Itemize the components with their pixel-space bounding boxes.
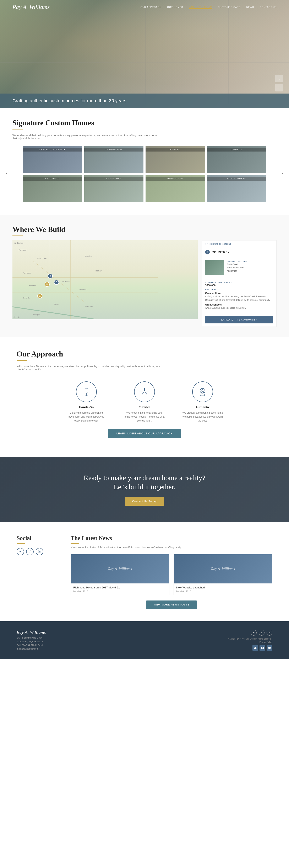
- svg-text:Goochland: Goochland: [85, 305, 93, 307]
- svg-marker-32: [201, 389, 205, 393]
- homes-nav-right-btn[interactable]: ›: [279, 170, 287, 178]
- social-icon-linkedin[interactable]: in: [36, 548, 43, 555]
- svg-text:Bon Air: Bon Air: [96, 270, 102, 272]
- social-icon-facebook[interactable]: f: [26, 548, 34, 555]
- footer-social-facebook[interactable]: f: [259, 630, 264, 636]
- home-card-label-hamlen: HAMLEN: [146, 148, 205, 152]
- svg-text:H: H: [269, 647, 270, 649]
- homes-nav-left-btn[interactable]: ‹: [2, 170, 10, 178]
- nav-customer-care[interactable]: Customer Care: [218, 6, 241, 8]
- contact-us-btn[interactable]: Contact Us Today: [125, 497, 164, 506]
- news-card-2-logo: Ray A. Williams: [208, 564, 238, 574]
- authentic-text: We proudly stand behind each home we bui…: [182, 411, 223, 423]
- social-title: Social: [16, 535, 58, 541]
- hero-arrows: ‹ ›: [275, 75, 283, 91]
- location-name-row: C ROUNTREY: [202, 247, 276, 257]
- hero-prev-btn[interactable]: ‹: [275, 75, 283, 82]
- home-card-label-chateau: CHATEAU LAFAYETTE: [23, 148, 82, 152]
- hero-overlay: [0, 0, 289, 108]
- news-card-1[interactable]: Ray A. Williams Richmond Homearama 2017 …: [71, 554, 170, 595]
- footer-badges: H: [228, 645, 273, 651]
- map-label: no Satellite: [14, 242, 24, 244]
- flexible-icon: [139, 386, 150, 397]
- flexible-text: We're committed to tailoring your home t…: [124, 411, 165, 423]
- svg-text:Ashwood: Ashwood: [19, 249, 26, 251]
- home-card-farmington[interactable]: FARMINGTON: [84, 146, 144, 173]
- map-marker-b[interactable]: B: [48, 274, 53, 279]
- news-underline: [71, 543, 79, 544]
- footer-address: 14343 Sommerville Court Midlothian, Virg…: [16, 636, 62, 651]
- feature1-text: Artfully sculpted amid acres along the S…: [205, 295, 273, 302]
- svg-rect-0: [0, 62, 289, 63]
- approach-item-hands-on: Hands On Building a home is an exciting …: [66, 381, 107, 423]
- svg-text:Lorraine: Lorraine: [85, 255, 92, 257]
- signature-subtitle: We understand that building your home is…: [12, 134, 158, 140]
- home-card-homestead[interactable]: HOMESTEAD: [146, 175, 205, 202]
- footer-address-2: Midlothian, Virginia 23113: [16, 640, 43, 643]
- location-name: ROUNTREY: [212, 250, 230, 254]
- location-info: SCHOOL DISTRICT Swift CreekTomahawk Cree…: [227, 260, 273, 275]
- nav-our-approach[interactable]: OUR APPROACH: [140, 6, 161, 8]
- social-icons: ✦ f in: [16, 548, 58, 555]
- footer-privacy-link[interactable]: Privacy Policy: [228, 641, 273, 643]
- news-card-1-body: Richmond Homearama 2017 May 6-21 March 6…: [71, 584, 169, 595]
- footer-copyright: © 2017 Ray A Williams Custom Home Builde…: [228, 638, 273, 640]
- footer-right: ✦ f in © 2017 Ray A Williams Custom Home…: [228, 630, 273, 651]
- news-card-1-logo: Ray A. Williams: [105, 564, 135, 574]
- footer-social: ✦ f in: [228, 630, 273, 636]
- svg-text:Powhatam: Powhatam: [23, 272, 31, 274]
- map-marker-d[interactable]: D: [45, 282, 49, 287]
- map-container[interactable]: Ashwood Fern Creek Lorraine Bon Air Powh…: [12, 240, 197, 319]
- social-icon-star[interactable]: ✦: [16, 548, 24, 555]
- svg-text:Holly Hills: Holly Hills: [29, 284, 36, 286]
- nav-news[interactable]: News: [246, 6, 254, 8]
- svg-text:Midlothian: Midlothian: [79, 289, 86, 290]
- news-column: The Latest News Need some inspiration? T…: [71, 535, 273, 609]
- flexible-icon-circle: [134, 381, 155, 402]
- price-label: STARTING HOME PRICES: [205, 281, 273, 283]
- svg-text:Garnet: Garnet: [54, 303, 59, 305]
- footer-social-star[interactable]: ✦: [251, 630, 257, 636]
- social-underline: [16, 543, 25, 544]
- nav-our-homes[interactable]: OUR HOMES: [167, 6, 183, 8]
- footer-badge-1: [252, 645, 258, 651]
- home-card-chateau[interactable]: CHATEAU LAFAYETTE: [23, 146, 82, 173]
- hands-on-title: Hands On: [66, 405, 107, 409]
- price-value: $500,000: [205, 284, 273, 287]
- view-more-news-btn[interactable]: View More News Posts: [146, 600, 196, 609]
- news-card-2-date: March 6, 2017: [176, 590, 270, 593]
- home-card-madison[interactable]: MADISON: [207, 146, 266, 173]
- home-card-eastwood[interactable]: EASTWOOD: [23, 175, 82, 202]
- cta-title: Ready to make your dream home a reality?…: [12, 473, 277, 492]
- map-marker-c[interactable]: C: [54, 280, 59, 285]
- svg-text:Fern Creek: Fern Creek: [37, 257, 47, 259]
- news-card-2-title: New Website Launched: [176, 586, 270, 589]
- google-label: Google: [13, 316, 20, 318]
- social-column: Social ✦ f in: [16, 535, 58, 609]
- homes-row-1: CHATEAU LAFAYETTE FARMINGTON HAMLEN MADI…: [23, 146, 266, 173]
- home-card-greystone[interactable]: GREYSTONE: [84, 175, 144, 202]
- svg-rect-3: [228, 0, 229, 104]
- location-back-text: < Return to all locations: [207, 243, 231, 245]
- hero-next-btn[interactable]: ›: [275, 84, 283, 91]
- news-social-section: Social ✦ f in The Latest News Need some …: [0, 522, 289, 621]
- location-details: SCHOOL DISTRICT Swift CreekTomahawk Cree…: [202, 257, 276, 278]
- hammer-icon: [81, 386, 92, 397]
- location-back-link[interactable]: ‹ < Return to all locations: [202, 241, 276, 247]
- map-marker-a[interactable]: A: [37, 293, 42, 299]
- news-card-2[interactable]: Ray A. Williams New Website Launched Mar…: [174, 554, 273, 595]
- nav-contact[interactable]: Contact Us: [260, 6, 277, 8]
- learn-more-btn[interactable]: Learn More About Our Approach: [108, 429, 181, 438]
- svg-line-9: [12, 307, 96, 319]
- home-card-hamlen[interactable]: HAMLEN: [146, 146, 205, 173]
- homes-grid: ‹ CHATEAU LAFAYETTE FARMINGTON HAMLEN MA…: [12, 146, 277, 202]
- nav-where-we-build[interactable]: WHERE WE BUILD: [189, 5, 212, 9]
- medal-icon: [197, 386, 208, 397]
- news-subtitle: Need some inspiration? Take a look at th…: [71, 546, 273, 549]
- home-card-northpointe[interactable]: NORTH POINTE: [207, 175, 266, 202]
- footer-social-linkedin[interactable]: in: [266, 630, 273, 636]
- where-section: Where We Build Ashwood Fern Creek Lorrai…: [0, 215, 289, 337]
- home-card-label-eastwood: EASTWOOD: [23, 177, 82, 181]
- svg-line-27: [145, 391, 147, 395]
- explore-community-btn[interactable]: EXPLORE THIS COMMUNITY: [205, 316, 273, 323]
